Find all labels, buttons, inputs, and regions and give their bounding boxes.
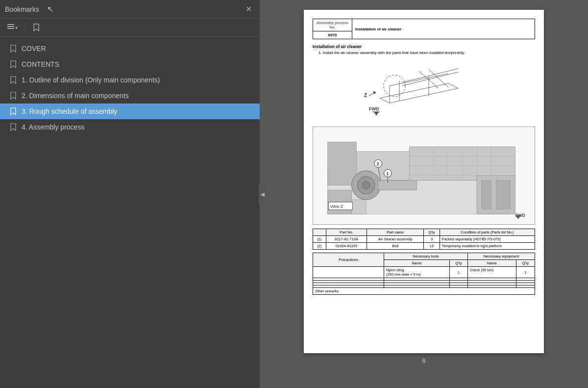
bookmark-item-cover[interactable]: COVER: [0, 41, 260, 56]
parts-cell-partname-2: Bolt: [367, 243, 424, 250]
bookmark-item-rough-schedule[interactable]: 3. Rough schedule of assembly: [0, 103, 260, 119]
svg-marker-20: [374, 112, 379, 116]
svg-line-4: [448, 83, 458, 88]
bookmark-icon-dimensions: [10, 91, 17, 100]
svg-rect-0: [7, 24, 14, 25]
tools-other-remarks: Other remarks: [313, 288, 535, 295]
diagram-top-area: Z FWD: [313, 59, 535, 123]
tools-table: Precautions Necessary tools Necessary eq…: [313, 253, 535, 295]
bookmark-label-dimensions: 2. Dimensions of main components: [22, 92, 129, 100]
list-dropdown-icon: ▾: [15, 25, 18, 30]
collapse-icon: ◀: [260, 191, 265, 198]
process-title: Installation of air cleaner: [352, 19, 535, 39]
svg-rect-2: [7, 28, 14, 29]
process-no-label: Assembly process No.: [313, 19, 352, 31]
svg-line-6: [390, 88, 458, 103]
svg-rect-1: [7, 26, 14, 27]
bookmark-item-outline[interactable]: 1. Outline of division (Only main compon…: [0, 72, 260, 88]
cursor-icon: ↖: [47, 4, 53, 14]
svg-text:FWD: FWD: [369, 106, 379, 111]
parts-col-qty: Q'ty: [424, 229, 440, 236]
parts-cell-condition-1: Packed separately (HD785-7/5-075): [440, 236, 535, 243]
page-number: 8: [422, 357, 425, 364]
svg-line-5: [380, 98, 390, 103]
bookmark-icon-rough-schedule: [10, 107, 17, 116]
parts-cell-partno-1: 6217-81-710A: [326, 236, 367, 243]
panel-title: Bookmarks: [5, 5, 39, 13]
svg-point-28: [362, 181, 370, 189]
svg-line-9: [390, 74, 448, 86]
parts-cell-qty-2: 12: [424, 243, 440, 250]
parts-col-num: [313, 229, 326, 236]
bookmark-icon-assembly-process: [10, 123, 17, 131]
bookmark-label-outline: 1. Outline of division (Only main compon…: [22, 76, 160, 84]
page-content: Assembly process No. Installation of air…: [304, 10, 544, 353]
bookmark-item-contents[interactable]: CONTENTS: [0, 56, 260, 72]
bookmark-label-rough-schedule: 3. Rough schedule of assembly: [22, 107, 117, 115]
header-left: Bookmarks ↖: [5, 4, 53, 14]
panel-header-right: ✕: [243, 3, 255, 15]
parts-cell-qty-1: 3: [424, 236, 440, 243]
parts-table: Part No. Part name Q'ty Condition of par…: [313, 229, 535, 250]
tools-necessary-tools-header: Necessary tools: [384, 253, 467, 260]
install-section: Installation of air cleaner 1. Install t…: [313, 44, 535, 55]
svg-text:View Z: View Z: [330, 204, 343, 209]
equip-qty-cell: 1: [516, 267, 535, 278]
tools-row-1: Nylon sling (250 mm wide × 5 m) 1 Crane …: [313, 267, 535, 278]
svg-rect-53: [496, 181, 510, 209]
list-icon: [7, 24, 15, 32]
bookmark-label-contents: CONTENTS: [22, 60, 59, 68]
bookmark-icon-contents: [10, 60, 17, 69]
equip-name-cell: Crane (50 ton): [467, 267, 516, 278]
equip-name-header: Name: [467, 260, 516, 267]
bookmarks-panel: Bookmarks ↖ ✕ ▾: [0, 0, 260, 388]
equip-qty-header: Q'ty: [516, 260, 535, 267]
tools-row-remarks: Other remarks: [313, 288, 535, 295]
document-view: Assembly process No. Installation of air…: [260, 0, 588, 388]
detail-diagram-box: 2 1 View Z FWD: [313, 127, 535, 225]
tools-qty-cell: 1: [449, 267, 467, 278]
svg-rect-52: [482, 181, 491, 209]
bookmark-label-cover: COVER: [22, 45, 46, 52]
parts-col-partname: Part name: [367, 229, 424, 236]
svg-text:Z: Z: [364, 93, 367, 98]
parts-cell-condition-2: Temporarily installed to right platform: [440, 243, 535, 250]
parts-cell-partname-1: Air cleaner assembly: [367, 236, 424, 243]
svg-rect-25: [327, 142, 356, 185]
top-diagram-svg: Z FWD: [350, 59, 497, 123]
bookmark-icon-cover: [10, 44, 17, 53]
svg-text:1: 1: [386, 171, 389, 176]
tools-name-header: Name: [384, 260, 449, 267]
svg-line-13: [402, 72, 458, 86]
list-view-button[interactable]: ▾: [4, 21, 21, 34]
parts-col-partno: Part No.: [326, 229, 367, 236]
parts-cell-num-2: (2): [313, 243, 326, 250]
bookmark-item-assembly-process[interactable]: 4. Assembly process: [0, 119, 260, 135]
process-header-table: Assembly process No. Installation of air…: [313, 19, 535, 39]
svg-rect-29: [378, 181, 417, 190]
bookmarks-list: COVER CONTENTS 1. Outline of division (O…: [0, 37, 260, 388]
install-title: Installation of air cleaner: [313, 44, 535, 49]
bookmark-icon-button[interactable]: [29, 21, 43, 34]
collapse-handle[interactable]: ◀: [259, 184, 266, 204]
bookmark-icon-outline: [10, 76, 17, 84]
tools-precautions-cell: [313, 267, 384, 278]
panel-header: Bookmarks ↖ ✕: [0, 0, 260, 19]
bookmark-label-assembly-process: 4. Assembly process: [22, 123, 84, 131]
parts-col-condition: Condition of parts (Parts list No.): [440, 229, 535, 236]
tools-qty-header: Q'ty: [449, 260, 467, 267]
install-step: 1. Install the air cleaner assembly with…: [318, 51, 535, 55]
bookmark-item-dimensions[interactable]: 2. Dimensions of main components: [0, 88, 260, 103]
svg-text:2: 2: [377, 161, 379, 166]
tools-necessary-equipment-header: Necessary equipment: [467, 253, 535, 260]
parts-row-1: (1) 6217-81-710A Air cleaner assembly 3 …: [313, 236, 535, 243]
close-button[interactable]: ✕: [243, 3, 255, 15]
process-no-value: 0070: [313, 31, 352, 39]
parts-row-2: (2) 01024-81225 Bolt 12 Temporarily inst…: [313, 243, 535, 250]
toolbar: ▾: [0, 19, 260, 37]
toolbar-divider: [25, 23, 25, 32]
svg-rect-46: [352, 200, 366, 214]
parts-cell-partno-2: 01024-81225: [326, 243, 367, 250]
parts-cell-num-1: (1): [313, 236, 326, 243]
detail-diagram-svg: 2 1 View Z FWD: [313, 127, 535, 224]
